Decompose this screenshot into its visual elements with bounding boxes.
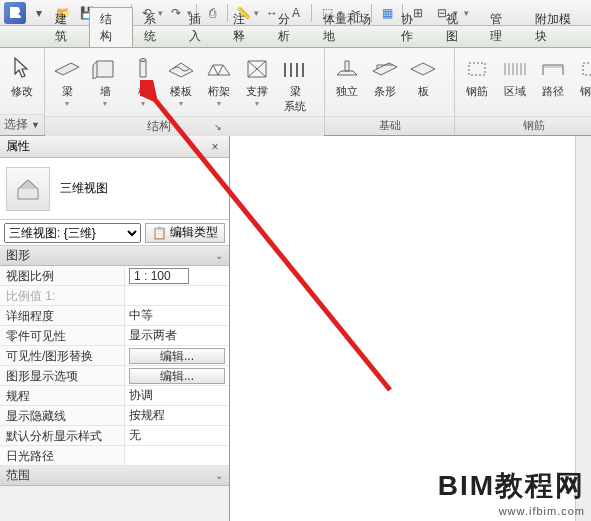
支撑-icon	[242, 54, 272, 82]
prop-value[interactable]	[125, 446, 229, 465]
btn-钢筋[interactable]: 钢筋	[573, 52, 591, 101]
tab-建筑[interactable]: 建筑	[44, 7, 89, 47]
canvas[interactable]	[230, 136, 591, 521]
prop-value[interactable]: 显示两者	[125, 326, 229, 345]
prop-row: 比例值 1:	[0, 286, 229, 306]
property-grid: 视图比例1 : 100比例值 1:详细程度中等零件可见性显示两者可见性/图形替换…	[0, 266, 229, 466]
btn-墙[interactable]: 墙▾	[87, 52, 123, 110]
tab-视图[interactable]: 视图	[435, 7, 480, 47]
钢筋-icon	[576, 54, 591, 82]
prop-row: 视图比例1 : 100	[0, 266, 229, 286]
ribbon-tabs: 建筑结构系统插入注释分析体量和场地协作视图管理附加模块	[0, 26, 591, 48]
scrollbar-vertical[interactable]	[575, 136, 591, 521]
prop-key: 显示隐藏线	[0, 406, 125, 425]
panel-label: 基础	[325, 116, 454, 135]
btn-独立[interactable]: 独立	[329, 52, 365, 101]
btn-柱[interactable]: 柱▾	[125, 52, 161, 110]
category-extent[interactable]: 范围 ⌄	[0, 466, 229, 486]
house-icon	[6, 167, 50, 211]
properties-title: 属性 ×	[0, 136, 229, 158]
prop-value[interactable]: 按规程	[125, 406, 229, 425]
tab-注释[interactable]: 注释	[222, 7, 267, 47]
panel-rebar: 钢筋区域路径钢筋 钢筋	[455, 48, 591, 135]
tab-系统[interactable]: 系统	[133, 7, 178, 47]
prop-value[interactable]: 编辑...	[125, 366, 229, 385]
独立-icon	[332, 54, 362, 82]
梁-icon	[52, 54, 82, 82]
prop-row: 可见性/图形替换编辑...	[0, 346, 229, 366]
edit-button[interactable]: 编辑...	[129, 348, 225, 364]
modify-button[interactable]: 修改	[4, 52, 40, 101]
prop-key: 视图比例	[0, 266, 125, 285]
prop-value[interactable]: 1 : 100	[125, 266, 229, 285]
edit-type-icon: 📋	[152, 226, 167, 240]
prop-row: 零件可见性显示两者	[0, 326, 229, 346]
panel-label: 选择▼	[0, 114, 44, 135]
prop-value[interactable]	[125, 286, 229, 305]
btn-支撑[interactable]: 支撑▾	[239, 52, 275, 110]
prop-key: 默认分析显示样式	[0, 426, 125, 445]
prop-key: 详细程度	[0, 306, 125, 325]
prop-row: 显示隐藏线按规程	[0, 406, 229, 426]
btn-梁[interactable]: 梁▾	[49, 52, 85, 110]
tab-插入[interactable]: 插入	[178, 7, 223, 47]
钢筋-icon	[462, 54, 492, 82]
btn-桁架[interactable]: 桁架▾	[201, 52, 237, 110]
chevron-icon: ⌄	[215, 250, 223, 261]
type-name: 三维视图	[60, 180, 108, 197]
prop-key: 日光路径	[0, 446, 125, 465]
梁-icon	[280, 54, 310, 82]
category-graphics[interactable]: 图形 ⌄	[0, 246, 229, 266]
btn-条形[interactable]: 条形	[367, 52, 403, 101]
桁架-icon	[204, 54, 234, 82]
prop-value[interactable]: 中等	[125, 306, 229, 325]
edit-type-button[interactable]: 📋 编辑类型	[145, 223, 225, 243]
tab-协作[interactable]: 协作	[390, 7, 435, 47]
条形-icon	[370, 54, 400, 82]
prop-key: 规程	[0, 386, 125, 405]
tab-附加模块[interactable]: 附加模块	[524, 7, 591, 47]
prop-value[interactable]: 编辑...	[125, 346, 229, 365]
panel-foundation: 独立条形板 基础	[325, 48, 455, 135]
prop-key: 可见性/图形替换	[0, 346, 125, 365]
watermark: BIM教程网 www.ifbim.com	[438, 467, 585, 517]
ribbon: 修改 选择▼ 梁▾墙▾柱▾楼板▾桁架▾支撑▾梁系统 结构↘ 独立条形板 基础 钢…	[0, 48, 591, 136]
prop-row: 日光路径	[0, 446, 229, 466]
prop-row: 图形显示选项编辑...	[0, 366, 229, 386]
close-icon[interactable]: ×	[207, 140, 223, 154]
prop-key: 比例值 1:	[0, 286, 125, 305]
tab-体量和场地[interactable]: 体量和场地	[312, 7, 390, 47]
btn-路径[interactable]: 路径	[535, 52, 571, 101]
btn-楼板[interactable]: 楼板▾	[163, 52, 199, 110]
tab-管理[interactable]: 管理	[479, 7, 524, 47]
板-icon	[408, 54, 438, 82]
prop-row: 规程协调	[0, 386, 229, 406]
type-selector[interactable]: 三维视图	[0, 158, 229, 220]
tab-分析[interactable]: 分析	[267, 7, 312, 47]
cursor-icon	[7, 54, 37, 82]
prop-value[interactable]: 无	[125, 426, 229, 445]
btn-梁[interactable]: 梁系统	[277, 52, 313, 116]
路径-icon	[538, 54, 568, 82]
tab-结构[interactable]: 结构	[89, 7, 134, 47]
btn-区域[interactable]: 区域	[497, 52, 533, 101]
panel-structure: 梁▾墙▾柱▾楼板▾桁架▾支撑▾梁系统 结构↘	[45, 48, 325, 135]
svg-point-0	[140, 59, 146, 62]
楼板-icon	[166, 54, 196, 82]
prop-value[interactable]: 协调	[125, 386, 229, 405]
btn-钢筋[interactable]: 钢筋	[459, 52, 495, 101]
柱-icon	[128, 54, 158, 82]
prop-key: 零件可见性	[0, 326, 125, 345]
instance-select[interactable]: 三维视图: {三维}	[4, 223, 141, 243]
panel-select: 修改 选择▼	[0, 48, 45, 135]
svg-rect-2	[583, 63, 591, 75]
workspace: 属性 × 三维视图 三维视图: {三维} 📋 编辑类型 图形 ⌄ 视图比例1 :…	[0, 136, 591, 521]
panel-label: 结构↘	[45, 116, 324, 137]
btn-板[interactable]: 板	[405, 52, 441, 101]
app-logo[interactable]	[4, 2, 26, 24]
chevron-icon: ⌄	[215, 470, 223, 481]
edit-button[interactable]: 编辑...	[129, 368, 225, 384]
区域-icon	[500, 54, 530, 82]
墙-icon	[90, 54, 120, 82]
prop-row: 默认分析显示样式无	[0, 426, 229, 446]
